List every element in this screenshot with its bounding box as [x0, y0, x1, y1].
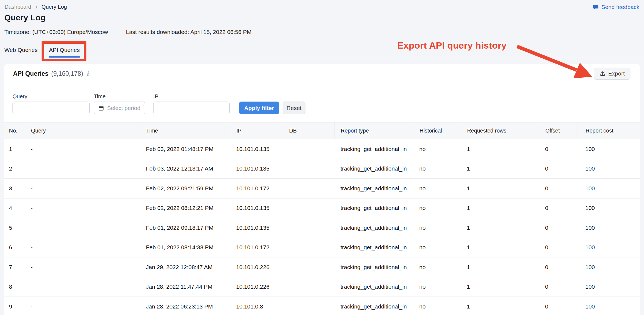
- cell-db: [282, 139, 334, 159]
- export-button-label: Export: [608, 70, 625, 77]
- tab-bar: Web Queries API Queries: [4, 47, 80, 58]
- cell-offset: 0: [538, 199, 577, 218]
- cell-time: Feb 02, 2022 09:21:59 PM: [139, 179, 232, 198]
- cell-db: [282, 179, 334, 198]
- send-feedback-label: Send feedback: [601, 4, 639, 10]
- cell-report-type: tracking_get_additional_in: [334, 297, 412, 315]
- ip-filter-label: IP: [153, 93, 158, 100]
- cell-time: Jan 28, 2022 11:47:44 PM: [139, 277, 232, 297]
- cell-db: [282, 277, 334, 297]
- cell-report-cost: 100: [577, 218, 636, 238]
- tab-web-queries[interactable]: Web Queries: [4, 47, 37, 58]
- table-body: 1-Feb 03, 2022 01:48:17 PM10.101.0.135tr…: [4, 139, 640, 315]
- cell-report-type: tracking_get_additional_in: [334, 199, 412, 218]
- time-period-select[interactable]: Select period: [94, 102, 145, 114]
- send-feedback-link[interactable]: Send feedback: [593, 4, 639, 10]
- cell-query: -: [26, 199, 139, 218]
- meta-row: Timezone: (UTC+03:00) Europe/Moscow Last…: [4, 29, 252, 35]
- cell-spacer: [636, 179, 640, 198]
- calendar-icon: [98, 105, 104, 111]
- cell-report-type: tracking_get_additional_in: [334, 139, 412, 159]
- cell-report-type: tracking_get_additional_in: [334, 218, 412, 238]
- cell-requested-rows: 1: [460, 297, 538, 315]
- table-row: 8-Jan 28, 2022 11:47:44 PM10.101.0.226tr…: [4, 277, 640, 297]
- table-row: 4-Feb 02, 2022 08:12:21 PM10.101.0.135tr…: [4, 199, 640, 218]
- cell-report-type: tracking_get_additional_in: [334, 179, 412, 198]
- table-row: 2-Feb 03, 2022 12:13:17 AM10.101.0.135tr…: [4, 159, 640, 179]
- reset-button[interactable]: Reset: [283, 102, 305, 114]
- cell-db: [282, 238, 334, 257]
- ip-filter-input[interactable]: [153, 102, 230, 114]
- cell-report-cost: 100: [577, 238, 636, 257]
- cell-report-cost: 100: [577, 159, 636, 179]
- cell-spacer: [636, 277, 640, 297]
- cell-db: [282, 159, 334, 179]
- cell-requested-rows: 1: [460, 257, 538, 277]
- time-filter-label: Time: [94, 93, 106, 100]
- cell-spacer: [636, 238, 640, 257]
- cell-report-cost: 100: [577, 277, 636, 297]
- cell-offset: 0: [538, 159, 577, 179]
- cell-historical: no: [412, 218, 460, 238]
- cell-historical: no: [412, 257, 460, 277]
- cell-time: Feb 03, 2022 12:13:17 AM: [139, 159, 232, 179]
- column-header-offset: Offset: [538, 122, 577, 139]
- cell-query: -: [26, 179, 139, 198]
- cell-no: 2: [4, 159, 26, 179]
- cell-ip: 10.101.0.172: [232, 238, 282, 257]
- export-button[interactable]: Export: [594, 68, 630, 80]
- cell-report-type: tracking_get_additional_in: [334, 159, 412, 179]
- cell-db: [282, 297, 334, 315]
- cell-db: [282, 199, 334, 218]
- cell-requested-rows: 1: [460, 199, 538, 218]
- api-queries-table: No.QueryTimeIPDBReport typeHistoricalReq…: [4, 122, 640, 315]
- time-select-placeholder: Select period: [107, 105, 140, 111]
- cell-time: Feb 01, 2022 09:18:17 PM: [139, 218, 232, 238]
- cell-ip: 10.101.0.226: [232, 257, 282, 277]
- cell-spacer: [636, 159, 640, 179]
- chevron-right-icon: [35, 5, 38, 9]
- breadcrumb-dashboard-link[interactable]: Dashboard: [5, 4, 31, 10]
- panel-header: API Queries (9,160,178) i Export: [4, 64, 640, 83]
- apply-filter-button[interactable]: Apply filter: [239, 102, 279, 114]
- column-header-ip: IP: [232, 122, 282, 139]
- cell-spacer: [636, 218, 640, 238]
- table-row: 9-Jan 28, 2022 06:23:13 PM10.101.0.8trac…: [4, 297, 640, 315]
- cell-no: 8: [4, 277, 26, 297]
- cell-report-cost: 100: [577, 199, 636, 218]
- cell-time: Feb 03, 2022 01:48:17 PM: [139, 139, 232, 159]
- cell-spacer: [636, 297, 640, 315]
- cell-query: -: [26, 277, 139, 297]
- cell-historical: no: [412, 277, 460, 297]
- last-results-text: Last results downloaded: April 15, 2022 …: [126, 29, 251, 35]
- cell-ip: 10.101.0.135: [232, 199, 282, 218]
- column-header-report-type: Report type: [334, 122, 412, 139]
- cell-requested-rows: 1: [460, 139, 538, 159]
- cell-requested-rows: 1: [460, 179, 538, 198]
- cell-offset: 0: [538, 179, 577, 198]
- query-filter-label: Query: [12, 93, 27, 100]
- page-title: Query Log: [4, 13, 46, 22]
- info-icon[interactable]: i: [86, 70, 89, 77]
- cell-query: -: [26, 297, 139, 315]
- cell-time: Jan 28, 2022 06:23:13 PM: [139, 297, 232, 315]
- tab-api-queries[interactable]: API Queries: [49, 47, 80, 58]
- column-header-spacer: [636, 122, 640, 139]
- cell-time: Feb 02, 2022 08:12:21 PM: [139, 199, 232, 218]
- cell-ip: 10.101.0.135: [232, 218, 282, 238]
- table-row: 7-Jan 29, 2022 12:08:47 AM10.101.0.226tr…: [4, 257, 640, 277]
- cell-offset: 0: [538, 297, 577, 315]
- timezone-text: Timezone: (UTC+03:00) Europe/Moscow: [4, 29, 108, 35]
- cell-report-cost: 100: [577, 179, 636, 198]
- column-header-requested-rows: Requested rows: [460, 122, 538, 139]
- cell-time: Jan 29, 2022 12:08:47 AM: [139, 257, 232, 277]
- cell-report-type: tracking_get_additional_in: [334, 238, 412, 257]
- cell-offset: 0: [538, 257, 577, 277]
- column-header-time: Time: [139, 122, 232, 139]
- cell-query: -: [26, 257, 139, 277]
- upload-icon: [600, 71, 605, 77]
- query-filter-input[interactable]: [12, 102, 90, 114]
- table-row: 5-Feb 01, 2022 09:18:17 PM10.101.0.135tr…: [4, 218, 640, 238]
- cell-offset: 0: [538, 277, 577, 297]
- panel-count: (9,160,178): [51, 70, 83, 77]
